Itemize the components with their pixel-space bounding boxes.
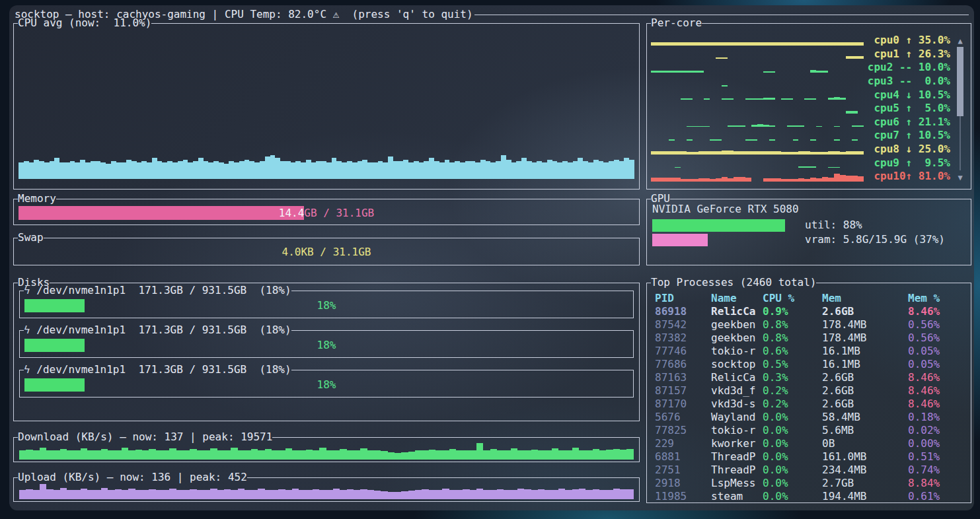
disk-gauge: 18% bbox=[24, 378, 628, 392]
gpu-util-label: util: 88% bbox=[805, 219, 862, 232]
core-label: cpu2 -- 10.0% bbox=[864, 61, 950, 74]
process-row[interactable]: 87163 RelicCa 0.3% 2.6GB 8.46% bbox=[647, 371, 971, 384]
process-cpu: 0.0% bbox=[763, 424, 788, 437]
process-mem: 2.7GB bbox=[822, 477, 854, 490]
process-pid: 5676 bbox=[655, 411, 681, 424]
cpu-avg-sparkline bbox=[19, 30, 634, 179]
per-core-panel: Per-core cpu0 ↑ 35.0% cpu1 ↑ 26.3% cpu2 … bbox=[646, 23, 971, 190]
per-core-row: cpu6 ↑ 21.1% bbox=[647, 116, 971, 129]
column-header-name: Name bbox=[711, 292, 737, 305]
memory-panel: Memory 14.4GB / 31.1GB bbox=[13, 199, 640, 225]
process-row[interactable]: 11985 steam 0.0% 194.4MB 0.61% bbox=[647, 490, 971, 503]
per-core-row: cpu2 -- 10.0% bbox=[647, 61, 971, 75]
app-titlebar: socktop — host: cachyos-gaming | CPU Tem… bbox=[15, 9, 969, 20]
per-core-row: cpu0 ↑ 35.0% bbox=[647, 34, 971, 48]
gpu-name: NVIDIA GeForce RTX 5080 bbox=[652, 203, 799, 216]
process-mem: 58.4MB bbox=[822, 411, 860, 424]
core-sparkline bbox=[651, 145, 864, 155]
process-mempct: 0.74% bbox=[908, 464, 940, 477]
process-mempct: 0.05% bbox=[908, 345, 940, 358]
process-cpu: 0.0% bbox=[763, 464, 788, 477]
disks-panel: Disks ϟ /dev/nvme1n1p1 171.3GB / 931.5GB… bbox=[13, 283, 640, 421]
per-core-row: cpu1 ↑ 26.3% bbox=[647, 48, 971, 61]
core-label: cpu5 ↑ 5.0% bbox=[864, 102, 950, 115]
per-core-row: cpu7 ↑ 10.5% bbox=[647, 129, 971, 143]
memory-title: Memory bbox=[18, 192, 56, 205]
scroll-down-icon[interactable]: ▼ bbox=[955, 173, 965, 182]
process-row[interactable]: 6881 ThreadP 0.0% 161.0MB 0.51% bbox=[647, 450, 971, 464]
process-table-header: PID Name CPU % Mem Mem % bbox=[647, 292, 971, 305]
process-row[interactable]: 229 kworker 0.0% 0B 0.00% bbox=[647, 437, 971, 450]
process-pid: 77746 bbox=[655, 345, 687, 358]
process-row[interactable]: 87542 geekben 0.8% 178.4MB 0.56% bbox=[647, 318, 971, 331]
process-pid: 87163 bbox=[655, 371, 687, 384]
process-row[interactable]: 77686 socktop 0.5% 16.1MB 0.05% bbox=[647, 358, 971, 371]
process-name: kworker bbox=[711, 437, 755, 450]
process-mem: 0B bbox=[822, 437, 835, 450]
disk-lightning-icon: ϟ bbox=[24, 284, 30, 296]
process-pid: 86918 bbox=[655, 305, 687, 318]
process-row[interactable]: 87382 geekben 0.8% 178.4MB 0.56% bbox=[647, 331, 971, 345]
swap-title: Swap bbox=[18, 231, 44, 244]
process-cpu: 0.3% bbox=[763, 371, 788, 384]
percore-scrollbar[interactable]: ▲ ▼ bbox=[955, 36, 965, 182]
disk-gauge-label: 18% bbox=[24, 339, 628, 352]
core-label: cpu8 ↓ 25.0% bbox=[864, 143, 950, 156]
disk-lightning-icon: ϟ bbox=[24, 363, 30, 376]
memory-gauge: 14.4GB / 31.1GB bbox=[19, 206, 634, 220]
disk-list: ϟ /dev/nvme1n1p1 171.3GB / 931.5GB (18%)… bbox=[14, 283, 639, 421]
process-mem: 178.4MB bbox=[822, 318, 866, 331]
process-mem: 2.6GB bbox=[822, 384, 854, 398]
memory-used-text: 14.4 bbox=[279, 207, 305, 220]
disk-item: ϟ /dev/nvme1n1p1 171.3GB / 931.5GB (18%)… bbox=[19, 291, 634, 318]
process-row[interactable]: 87157 vkd3d_f 0.2% 2.6GB 8.46% bbox=[647, 384, 971, 398]
process-mempct: 0.56% bbox=[908, 331, 940, 345]
memory-gauge-label: 14.4GB / 31.1GB bbox=[19, 206, 634, 220]
process-name: geekben bbox=[711, 331, 755, 345]
process-mempct: 0.56% bbox=[908, 318, 940, 331]
process-cpu: 0.0% bbox=[763, 437, 788, 450]
process-name: steam bbox=[711, 490, 743, 503]
process-pid: 6881 bbox=[655, 450, 681, 464]
process-name: tokio-r bbox=[711, 424, 755, 437]
column-header-mempct: Mem % bbox=[908, 292, 940, 305]
core-label: cpu7 ↑ 10.5% bbox=[864, 129, 950, 142]
disk-gauge-label: 18% bbox=[24, 378, 628, 392]
gpu-util-fill bbox=[652, 219, 785, 232]
process-row[interactable]: 2751 ThreadP 0.0% 234.4MB 0.74% bbox=[647, 464, 971, 477]
process-pid: 2918 bbox=[655, 477, 681, 490]
disk-gauge: 18% bbox=[24, 299, 628, 312]
process-name: socktop bbox=[711, 358, 755, 371]
process-row[interactable]: 87170 vkd3d-s 0.2% 2.6GB 8.46% bbox=[647, 398, 971, 411]
download-sparkline bbox=[19, 443, 634, 460]
terminal-window: socktop — host: cachyos-gaming | CPU Tem… bbox=[9, 5, 974, 510]
process-row[interactable]: 86918 RelicCa 0.9% 2.6GB 8.46% bbox=[647, 305, 971, 318]
process-name: geekben bbox=[711, 318, 755, 331]
scrollbar-thumb[interactable] bbox=[957, 47, 963, 116]
process-row[interactable]: 77825 tokio-r 0.0% 5.6MB 0.02% bbox=[647, 424, 971, 437]
process-row[interactable]: 2918 LspMess 0.0% 2.7GB 8.84% bbox=[647, 477, 971, 490]
process-mem: 16.1MB bbox=[822, 358, 860, 371]
process-row[interactable]: 5676 Wayland 0.0% 58.4MB 0.18% bbox=[647, 411, 971, 424]
process-name: ThreadP bbox=[711, 464, 755, 477]
gpu-panel: GPU NVIDIA GeForce RTX 5080 util: 88% vr… bbox=[646, 199, 971, 265]
process-name: tokio-r bbox=[711, 345, 755, 358]
titlebar-rule bbox=[474, 15, 969, 15]
per-core-row: cpu8 ↓ 25.0% bbox=[647, 143, 971, 156]
swap-gauge: 4.0KB / 31.1GB bbox=[19, 245, 634, 260]
process-pid: 11985 bbox=[655, 490, 687, 503]
process-mempct: 8.84% bbox=[908, 477, 940, 490]
per-core-row: cpu3 -- 0.0% bbox=[647, 75, 971, 88]
process-pid: 77686 bbox=[655, 358, 687, 371]
process-mem: 194.4MB bbox=[822, 490, 866, 503]
process-cpu: 0.0% bbox=[763, 490, 788, 503]
process-row[interactable]: 77746 tokio-r 0.6% 16.1MB 0.05% bbox=[647, 345, 971, 358]
process-cpu: 0.5% bbox=[763, 358, 788, 371]
per-core-row: cpu9 ↑ 9.5% bbox=[647, 156, 971, 170]
process-mem: 161.0MB bbox=[822, 450, 866, 464]
gpu-vram-label: vram: 5.8G/15.9G (37%) bbox=[805, 233, 945, 246]
core-sparkline bbox=[651, 158, 864, 168]
scroll-up-icon[interactable]: ▲ bbox=[955, 36, 965, 46]
process-pid: 2751 bbox=[655, 464, 681, 477]
process-cpu: 0.6% bbox=[763, 345, 788, 358]
